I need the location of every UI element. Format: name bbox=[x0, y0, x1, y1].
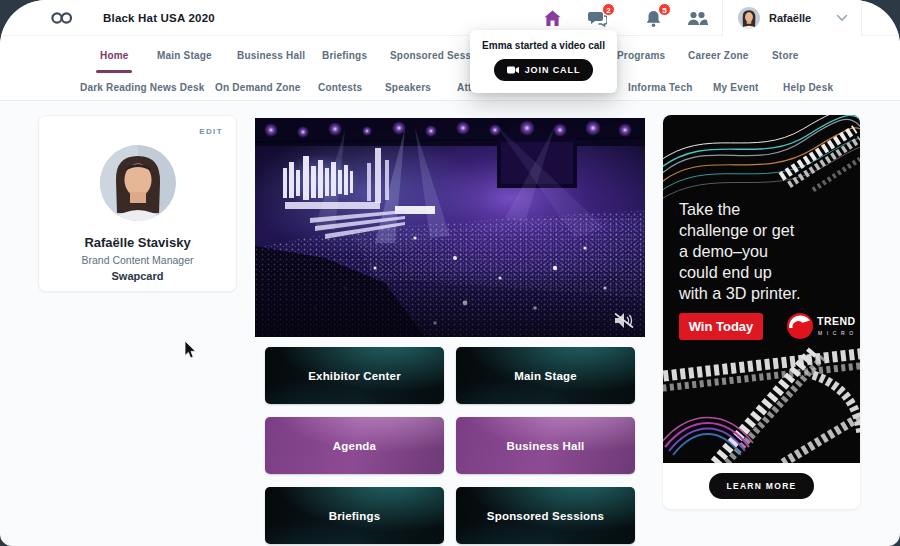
tile-label: Exhibitor Center bbox=[308, 370, 401, 382]
sponsor-ad-card: Take the challenge or get a demo–you cou… bbox=[663, 115, 860, 509]
ad-headline-line: could end up bbox=[679, 263, 772, 281]
top-bar: Black Hat USA 2020 2 5 bbox=[0, 0, 900, 36]
notifications-badge: 5 bbox=[658, 3, 671, 16]
profile-company: Swapcard bbox=[39, 270, 236, 282]
video-camera-icon bbox=[507, 66, 519, 74]
tab-main-stage[interactable]: Main Stage bbox=[157, 46, 212, 66]
tab-contests[interactable]: Contests bbox=[318, 78, 362, 98]
profile-name: Rafaëlle Stavisky bbox=[39, 235, 236, 250]
user-name: Rafaëlle bbox=[769, 12, 811, 24]
profile-role: Brand Content Manager bbox=[39, 254, 236, 266]
ad-headline-line: a demo–you bbox=[679, 242, 768, 260]
messages-icon[interactable]: 2 bbox=[588, 9, 607, 28]
profile-card: EDIT Rafaëlle Stavisky Brand Content Man… bbox=[38, 115, 237, 292]
video-call-message: Emma started a video call bbox=[476, 40, 611, 51]
tile-agenda[interactable]: Agenda bbox=[265, 417, 444, 474]
ad-headline-line: with a 3D printer. bbox=[678, 284, 800, 302]
tab-speakers[interactable]: Speakers bbox=[385, 78, 431, 98]
mouse-cursor bbox=[184, 341, 196, 359]
tile-label: Briefings bbox=[329, 510, 381, 522]
messages-badge: 2 bbox=[602, 3, 615, 16]
ad-headline-line: Take the bbox=[679, 200, 740, 218]
tab-help-desk[interactable]: Help Desk bbox=[783, 78, 833, 98]
join-call-label: JOIN CALL bbox=[525, 65, 581, 75]
tile-briefings[interactable]: Briefings bbox=[265, 487, 444, 544]
tile-main-stage[interactable]: Main Stage bbox=[456, 347, 635, 404]
muted-speaker-icon[interactable] bbox=[613, 312, 635, 329]
learn-more-button[interactable]: LEARN MORE bbox=[709, 473, 813, 499]
brand-name: TREND bbox=[817, 315, 856, 327]
tab-on-demand-zone[interactable]: On Demand Zone bbox=[215, 78, 301, 98]
notifications-bell-icon[interactable]: 5 bbox=[644, 9, 663, 28]
home-icon[interactable] bbox=[543, 9, 562, 28]
tab-home[interactable]: Home bbox=[100, 46, 129, 66]
nav-row-2: Dark Reading News Desk On Demand Zone Co… bbox=[0, 78, 900, 96]
video-call-notification: Emma started a video call JOIN CALL bbox=[470, 30, 617, 93]
user-menu[interactable]: Rafaëlle bbox=[722, 0, 862, 36]
tile-label: Agenda bbox=[333, 440, 376, 452]
tab-business-hall[interactable]: Business Hall bbox=[237, 46, 305, 66]
tab-my-event[interactable]: My Event bbox=[713, 78, 759, 98]
win-today-button[interactable]: Win Today bbox=[679, 313, 763, 340]
trend-micro-ad-image[interactable]: Take the challenge or get a demo–you cou… bbox=[663, 115, 860, 463]
join-call-button[interactable]: JOIN CALL bbox=[494, 59, 594, 81]
tab-briefings[interactable]: Briefings bbox=[322, 46, 367, 66]
swapcard-logo-icon[interactable] bbox=[51, 11, 73, 25]
tile-label: Sponsored Sessions bbox=[487, 510, 604, 522]
edit-profile-button[interactable]: EDIT bbox=[199, 127, 223, 136]
trend-micro-logo: TREND M I C R O bbox=[787, 313, 856, 339]
event-title: Black Hat USA 2020 bbox=[103, 12, 215, 24]
contacts-icon[interactable] bbox=[686, 9, 708, 28]
ad-footer: LEARN MORE bbox=[663, 463, 860, 509]
tab-informa-tech[interactable]: Informa Tech bbox=[628, 78, 692, 98]
chevron-down-icon bbox=[836, 14, 848, 22]
event-app-window: Black Hat USA 2020 2 5 bbox=[0, 0, 900, 546]
ad-headline-line: challenge or get bbox=[679, 221, 795, 239]
win-today-label: Win Today bbox=[689, 319, 754, 334]
tab-store[interactable]: Store bbox=[772, 46, 799, 66]
event-navigation: Home Main Stage Business Hall Briefings … bbox=[0, 36, 900, 101]
tab-programs[interactable]: Programs bbox=[617, 46, 665, 66]
tab-dark-reading-news-desk[interactable]: Dark Reading News Desk bbox=[80, 78, 204, 98]
nav-row-1: Home Main Stage Business Hall Briefings … bbox=[0, 46, 900, 66]
tile-exhibitor-center[interactable]: Exhibitor Center bbox=[265, 347, 444, 404]
quick-link-tiles: Exhibitor Center Main Stage Agenda Busin… bbox=[265, 347, 635, 544]
tile-label: Main Stage bbox=[514, 370, 577, 382]
tile-business-hall[interactable]: Business Hall bbox=[456, 417, 635, 474]
profile-avatar bbox=[100, 145, 176, 221]
user-avatar bbox=[738, 7, 760, 29]
arena-concert-image bbox=[255, 118, 645, 337]
brand-sub: M I C R O bbox=[818, 330, 855, 336]
tile-sponsored-sessions[interactable]: Sponsored Sessions bbox=[456, 487, 635, 544]
tile-label: Business Hall bbox=[506, 440, 584, 452]
live-stream-video[interactable] bbox=[255, 118, 645, 337]
tab-career-zone[interactable]: Career Zone bbox=[688, 46, 749, 66]
